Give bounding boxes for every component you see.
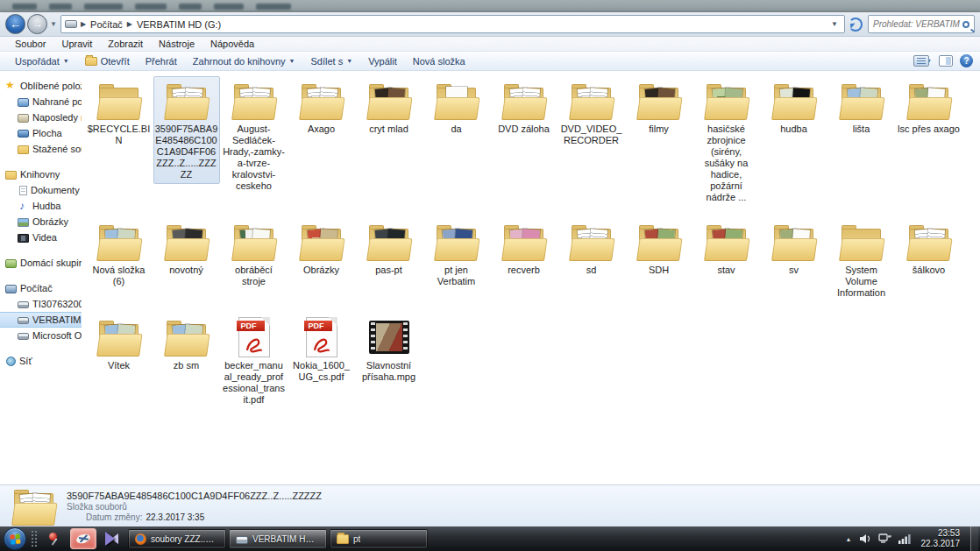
file-item[interactable]: PDF Obrázky: [288, 217, 355, 279]
search-box: [868, 15, 975, 33]
toolbar-button[interactable]: Vypálit ▼: [360, 52, 405, 70]
scissors-icon: [75, 533, 91, 545]
network-plug-icon[interactable]: [878, 533, 891, 544]
tray-expand-icon[interactable]: ▲: [846, 536, 852, 542]
file-item[interactable]: PDF stav: [693, 217, 760, 279]
taskbar-clock[interactable]: 23:53 22.3.2017: [921, 528, 961, 549]
file-item[interactable]: PDF cryt mlad: [356, 76, 423, 138]
file-item[interactable]: PDF sv: [761, 217, 827, 279]
file-item[interactable]: PDF hasičské zbrojnice (sirény, sušáky n…: [693, 76, 760, 207]
file-item[interactable]: PDF $RECYCLE.BIN: [86, 76, 153, 150]
menu-item[interactable]: Soubor: [7, 39, 53, 49]
search-icon[interactable]: [962, 21, 969, 28]
file-item[interactable]: PDF Vítek: [86, 313, 153, 375]
show-desktop-button[interactable]: [970, 526, 978, 551]
toolbar-button[interactable]: Otevřít ▼: [77, 52, 138, 70]
file-item[interactable]: PDF šálkovo: [896, 217, 962, 279]
toolbar-button[interactable]: Zahrnout do knihovny ▼: [185, 52, 303, 70]
file-item[interactable]: PDF sd: [558, 217, 625, 279]
file-icon: PDF: [296, 80, 347, 122]
file-icon: PDF: [94, 80, 145, 122]
refresh-icon[interactable]: [849, 18, 863, 32]
file-icon: PDF: [431, 221, 482, 263]
taskbar-window-button[interactable]: soubory ZZZ..Z.........: [128, 529, 226, 548]
file-item[interactable]: PDF DVD záloha: [491, 76, 557, 138]
change-view-button[interactable]: ▼: [913, 55, 932, 67]
toolbar-button[interactable]: Nová složka ▼: [405, 52, 473, 70]
sidebar-item[interactable]: Domácí skupina: [0, 255, 82, 271]
file-item[interactable]: PDF hudba: [761, 76, 827, 138]
file-item[interactable]: PDF Nová složka (6): [86, 217, 153, 291]
file-item[interactable]: PDF Axago: [288, 76, 355, 138]
file-item[interactable]: PDF August-Sedláček-Hrady,-zamky-a-tvrze…: [221, 76, 288, 195]
forward-button[interactable]: →: [27, 14, 47, 34]
sidebar-item[interactable]: Oblíbené položky: [0, 78, 82, 94]
file-item[interactable]: PDF pt jen Verbatim: [423, 217, 490, 291]
toolbar-button[interactable]: Sdílet s ▼: [303, 52, 361, 70]
start-button[interactable]: [4, 527, 26, 550]
pin-app-button[interactable]: [42, 528, 68, 549]
menu-item[interactable]: Zobrazit: [100, 39, 151, 49]
sidebar-item[interactable]: Obrázky: [0, 214, 82, 230]
breadcrumb-drive[interactable]: VERBATIM HD (G:): [134, 19, 224, 30]
file-item[interactable]: PDF da: [423, 76, 490, 138]
file-item[interactable]: PDF SDH: [626, 217, 692, 279]
sidebar-item[interactable]: Dokumenty: [0, 182, 82, 198]
sidebar-item[interactable]: Plocha: [0, 125, 82, 141]
file-label: hasičské zbrojnice (sirény, sušáky na ha…: [695, 124, 758, 203]
file-item[interactable]: PDF 3590F75ABA9E485486C100C1A9D4FF06ZZZ.…: [153, 76, 220, 184]
file-item[interactable]: PDF zb sm: [153, 313, 220, 375]
menu-item[interactable]: Nástroje: [151, 39, 202, 49]
sidebar-item-label: Microsoft Offic: [32, 330, 82, 341]
preview-pane-button[interactable]: [939, 55, 953, 67]
file-icon: PDF: [701, 221, 752, 263]
file-item[interactable]: PDF becker_manual_ready_professional_tra…: [221, 313, 288, 409]
details-modified-value: 22.3.2017 3:35: [146, 512, 204, 522]
file-label: cryt mlad: [369, 124, 408, 135]
sidebar-item[interactable]: Nahrané pořady: [0, 94, 82, 109]
sidebar-item[interactable]: Síť: [0, 353, 82, 369]
kmplayer-button[interactable]: [98, 528, 124, 549]
speaker-icon[interactable]: [859, 533, 871, 544]
file-item[interactable]: PDF pas-pt: [356, 217, 423, 279]
sidebar-item[interactable]: VERBATIM HD (: [0, 312, 82, 328]
sidebar-item[interactable]: Videa: [0, 230, 82, 245]
sidebar-item[interactable]: Stažené soubor: [0, 141, 82, 157]
help-button[interactable]: ?: [960, 54, 973, 67]
sidebar-item[interactable]: Počítač: [0, 280, 82, 296]
file-item[interactable]: PDF obráběcí stroje: [221, 217, 288, 291]
sidebar-item[interactable]: TI30763200B (C: [0, 296, 82, 312]
sidebar-item[interactable]: Hudba: [0, 198, 82, 214]
window-body: Oblíbené položky Nahrané pořady Naposled…: [0, 71, 980, 484]
file-item[interactable]: PDF lišta: [828, 76, 895, 138]
taskbar-window-button[interactable]: VERBATIM HD (G:): [229, 529, 327, 548]
sidebar-item[interactable]: Naposledy navš: [0, 109, 82, 125]
file-item[interactable]: PDF recverb: [491, 217, 557, 279]
back-button[interactable]: ←: [5, 14, 25, 34]
taskbar-grip[interactable]: [31, 530, 39, 547]
sidebar-item[interactable]: Microsoft Offic: [0, 328, 82, 343]
toolbar-button[interactable]: Uspořádat ▼: [7, 52, 77, 70]
file-icon: PDF: [364, 221, 415, 263]
file-item[interactable]: PDF System Volume Information: [828, 217, 895, 302]
file-item[interactable]: PDF lsc přes axago: [896, 76, 962, 138]
toolbar-button[interactable]: Přehrát ▼: [138, 52, 185, 70]
drive-icon: [65, 20, 77, 28]
file-label: Nová složka (6): [88, 265, 151, 287]
file-item[interactable]: PDF Nokia_1600_UG_cs.pdf: [288, 313, 355, 386]
sidebar-item[interactable]: Knihovny: [0, 166, 82, 182]
search-input[interactable]: [871, 18, 962, 30]
taskbar-window-button[interactable]: pt: [330, 529, 428, 548]
snapshot-app-button[interactable]: [70, 528, 96, 549]
file-item[interactable]: PDF filmy: [626, 76, 692, 138]
menu-item[interactable]: Upravit: [53, 39, 100, 49]
file-item[interactable]: PDF DVD_VIDEO_RECORDER: [558, 76, 625, 150]
signal-bars-icon[interactable]: [898, 533, 911, 544]
recent-pages-dropdown-icon[interactable]: ▼: [50, 20, 57, 28]
file-item[interactable]: PDF Slavnostní přísaha.mpg: [356, 313, 423, 386]
breadcrumb-computer[interactable]: Počítač: [88, 19, 125, 30]
file-item[interactable]: PDF novotný: [153, 217, 220, 279]
address-bar[interactable]: ▶ Počítač ▶ VERBATIM HD (G:) ▼: [60, 15, 845, 33]
menu-item[interactable]: Nápověda: [202, 39, 262, 49]
address-dropdown-icon[interactable]: ▼: [828, 20, 841, 28]
